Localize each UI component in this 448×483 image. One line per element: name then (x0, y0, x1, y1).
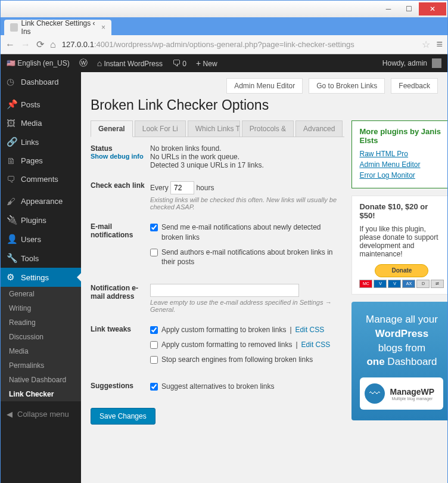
comment-icon: 🗨 (7, 174, 16, 184)
check-interval-help: Existing links will be checked this ofte… (150, 196, 344, 210)
wordpress-logo-icon[interactable]: ⓦ (79, 58, 88, 69)
window-minimize-button[interactable]: ─ (378, 2, 399, 16)
media-icon: 🖾 (7, 118, 16, 128)
window-titlebar: ─ ☐ ✕ (1, 1, 447, 17)
plugin-link-ame[interactable]: Admin Menu Editor (359, 160, 444, 169)
window-maximize-button[interactable]: ☐ (399, 2, 419, 16)
status-line: No broken links found. (150, 144, 344, 153)
edit-css-removed-link[interactable]: Edit CSS (301, 340, 331, 350)
avatar[interactable] (432, 58, 441, 68)
plugin-link-errorlog[interactable]: Error Log Monitor (359, 171, 444, 179)
browser-tabstrip: Link Checker Settings ‹ Ins × (1, 17, 447, 35)
email-authors-checkbox[interactable] (150, 249, 158, 256)
browser-tab[interactable]: Link Checker Settings ‹ Ins × (4, 20, 111, 35)
tab-general[interactable]: General (91, 120, 133, 137)
status-line: No URLs in the work queue. (150, 153, 344, 161)
comment-icon: 🗨 (172, 58, 181, 68)
home-icon: ⌂ (97, 58, 102, 68)
collapse-icon: ◀ (7, 410, 13, 419)
page-icon: 🗎 (7, 156, 16, 166)
sub-media[interactable]: Media (1, 344, 81, 358)
sidebar-item-settings[interactable]: ⚙Settings (1, 268, 81, 287)
pin-icon: 📌 (7, 99, 16, 110)
more-plugins-title: More plugins by Janis Elsts (359, 127, 444, 145)
admin-menu-editor-button[interactable]: Admin Menu Editor (226, 78, 303, 94)
plus-icon: + (196, 58, 201, 68)
check-interval-input[interactable] (170, 181, 194, 194)
sidebar-item-comments[interactable]: 🗨Comments (1, 170, 81, 188)
tweak-seo-checkbox[interactable] (150, 356, 158, 364)
back-icon[interactable]: ← (5, 39, 15, 50)
browser-toolbar: ← → ⟳ ⌂ 127.0.0.1:4001/wordpress/wp-admi… (1, 35, 447, 54)
email-notif-label: E-mail notifications (91, 222, 150, 272)
sidebar-item-appearance[interactable]: 🖌Appearance (1, 192, 81, 210)
chrome-menu-icon[interactable]: ≡ (436, 38, 443, 51)
sidebar-item-media[interactable]: 🖾Media (1, 114, 81, 132)
sub-reading[interactable]: Reading (1, 315, 81, 330)
sidebar-item-users[interactable]: 👤Users (1, 230, 81, 249)
comments-link[interactable]: 🗨 0 (172, 58, 186, 68)
tab-protocols[interactable]: Protocols & (242, 120, 294, 137)
save-changes-button[interactable]: Save Changes (91, 408, 155, 425)
suggestions-checkbox[interactable] (150, 383, 158, 391)
lang-switcher[interactable]: 🇺🇸 English (en_US) (7, 59, 70, 67)
site-link[interactable]: ⌂ Instant WordPress (97, 58, 163, 68)
gear-icon: ⚙ (7, 272, 16, 283)
sidebar-item-posts[interactable]: 📌Posts (1, 95, 81, 114)
email-me-checkbox[interactable] (150, 224, 158, 231)
tab-title: Link Checker Settings ‹ Ins (21, 19, 98, 36)
sidebar-item-plugins[interactable]: 🔌Plugins (1, 210, 81, 230)
settings-tabs: General Look For Li Which Links To Proto… (91, 120, 344, 137)
show-debug-link[interactable]: Show debug info (91, 153, 150, 160)
notif-addr-help: Leave empty to use the e-mail address sp… (150, 299, 344, 313)
notif-addr-label: Notification e-mail address (91, 284, 150, 313)
edit-css-broken-link[interactable]: Edit CSS (295, 325, 325, 335)
feedback-button[interactable]: Feedback (391, 78, 438, 94)
sub-native-dashboard[interactable]: Native Dashboard (1, 373, 81, 387)
tweak-broken-checkbox[interactable] (150, 326, 158, 334)
new-content-link[interactable]: + New (196, 58, 217, 68)
sidebar-item-dashboard[interactable]: ◷Dashboard (1, 72, 81, 91)
ad-logo: 〰 ManageWP Multiple blog manager (360, 377, 443, 410)
window-close-button[interactable]: ✕ (419, 2, 446, 16)
brush-icon: 🖌 (7, 196, 16, 206)
status-line: Detected 3 unique URLs in 17 links. (150, 161, 344, 169)
tweak-removed-checkbox[interactable] (150, 341, 158, 349)
sidebar-item-pages[interactable]: 🗎Pages (1, 151, 81, 170)
tab-close-icon[interactable]: × (101, 23, 105, 32)
link-icon: 🔗 (7, 137, 16, 147)
sub-link-checker[interactable]: Link Checker (1, 387, 81, 401)
ad-text: Manage all your WordPress blogs from one… (360, 312, 443, 369)
check-interval-label: Check each link (91, 181, 150, 210)
favicon-icon (10, 23, 18, 32)
home-icon[interactable]: ⌂ (50, 39, 56, 50)
sub-general[interactable]: General (1, 287, 81, 301)
sidebar-item-links[interactable]: 🔗Links (1, 132, 81, 151)
reload-icon[interactable]: ⟳ (36, 39, 44, 50)
greeting[interactable]: Howdy, admin (382, 59, 427, 67)
status-label: Status (91, 144, 150, 153)
donate-title: Donate $10, $20 or $50! (359, 202, 444, 220)
plugin-link-raw-html[interactable]: Raw HTML Pro (359, 150, 444, 158)
sub-discussion[interactable]: Discussion (1, 330, 81, 344)
donate-button[interactable]: Donate (375, 264, 428, 277)
donate-text: If you like this plugin, please donate t… (359, 225, 444, 258)
address-bar[interactable]: 127.0.0.1:4001/wordpress/wp-admin/option… (62, 40, 416, 49)
goto-broken-links-button[interactable]: Go to Broken Links (309, 78, 385, 94)
bookmark-icon[interactable]: ☆ (422, 39, 430, 50)
sub-permalinks[interactable]: Permalinks (1, 358, 81, 373)
link-tweaks-label: Link tweaks (91, 325, 150, 369)
tab-which-links[interactable]: Which Links To (188, 120, 240, 137)
sub-writing[interactable]: Writing (1, 301, 81, 315)
managewp-ad[interactable]: Manage all your WordPress blogs from one… (351, 302, 447, 420)
tab-advanced[interactable]: Advanced (295, 120, 343, 137)
managewp-icon: 〰 (365, 383, 385, 404)
more-plugins-box: More plugins by Janis Elsts Raw HTML Pro… (351, 120, 447, 188)
forward-icon[interactable]: → (21, 39, 30, 50)
sidebar-item-tools[interactable]: 🔧Tools (1, 249, 81, 268)
dashboard-icon: ◷ (7, 76, 16, 87)
suggestions-label: Suggestions (91, 382, 150, 397)
tab-look-for[interactable]: Look For Li (135, 120, 186, 137)
collapse-menu-button[interactable]: ◀Collapse menu (1, 405, 81, 423)
notif-email-input[interactable] (150, 284, 299, 297)
